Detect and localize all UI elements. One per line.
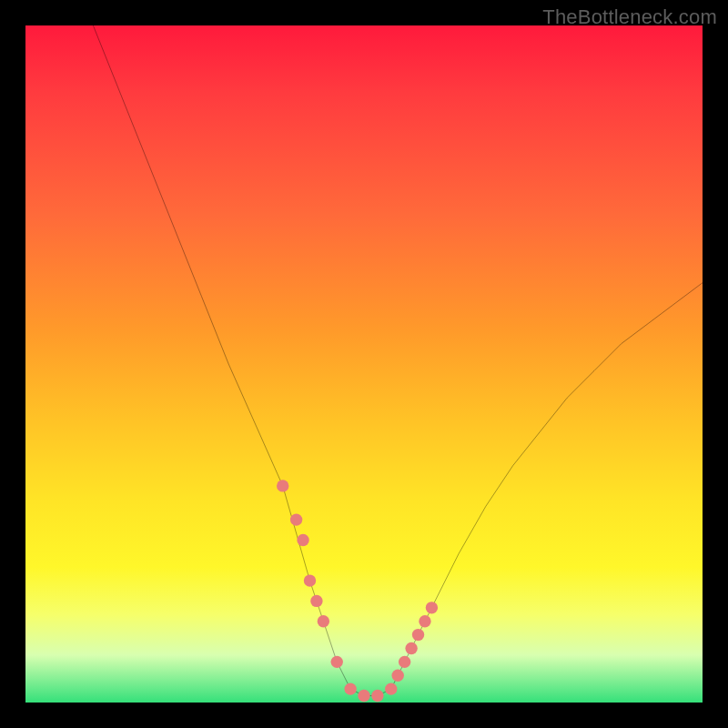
highlight-dot bbox=[304, 574, 316, 586]
highlight-dot bbox=[344, 682, 356, 694]
plot-area bbox=[25, 25, 703, 703]
highlight-dot bbox=[331, 656, 343, 668]
highlight-dot bbox=[385, 682, 397, 694]
highlight-dot bbox=[426, 602, 438, 613]
highlight-dot bbox=[392, 670, 404, 682]
highlight-dot bbox=[419, 615, 430, 627]
highlight-dot bbox=[297, 534, 308, 546]
highlight-dot bbox=[318, 615, 329, 627]
highlight-markers bbox=[277, 480, 438, 702]
bottleneck-curve-svg bbox=[25, 25, 703, 703]
highlight-dot bbox=[405, 642, 417, 654]
highlight-dot bbox=[399, 656, 410, 668]
highlight-dot bbox=[290, 513, 302, 525]
chart-frame: TheBottleneck.com bbox=[0, 0, 728, 728]
highlight-dot bbox=[277, 480, 288, 491]
highlight-dot bbox=[412, 629, 424, 641]
bottleneck-curve-path bbox=[93, 25, 703, 696]
highlight-dot bbox=[371, 690, 383, 702]
highlight-dot bbox=[358, 690, 369, 702]
highlight-dot bbox=[310, 595, 322, 607]
